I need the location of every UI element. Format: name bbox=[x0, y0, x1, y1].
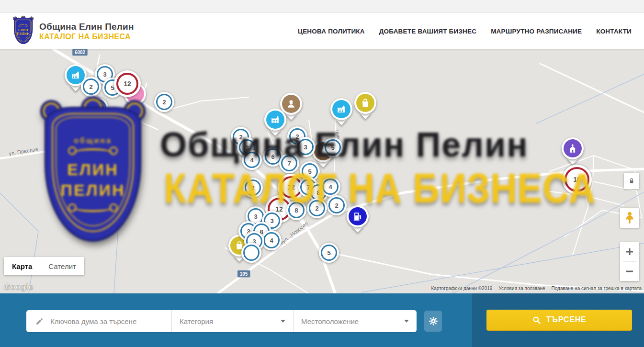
attribution-link-1[interactable]: Условия за ползване bbox=[498, 286, 545, 291]
search-fields: Категория Местоположение bbox=[26, 310, 417, 332]
site-header: общинаЕЛИНПЕЛИН Община Елин Пелин КАТАЛО… bbox=[0, 0, 644, 49]
cluster-count: 12 bbox=[124, 80, 131, 88]
cluster-count: 4 bbox=[250, 157, 253, 164]
map-cluster-marker[interactable]: 5 bbox=[319, 243, 339, 263]
crest-name-line2: ПЕЛИН bbox=[17, 33, 30, 36]
cluster-count: 8 bbox=[316, 189, 320, 196]
page: общинаЕЛИНПЕЛИН Община Елин Пелин КАТАЛО… bbox=[0, 0, 644, 347]
municipality-logo: общинаЕЛИНПЕЛИН bbox=[13, 16, 34, 45]
minus-icon bbox=[625, 267, 634, 276]
cluster-count: 2 bbox=[162, 99, 166, 106]
cluster-count: 6 bbox=[271, 153, 274, 160]
cluster-count: 4 bbox=[270, 237, 273, 244]
map-type-control: Карта Сателит bbox=[4, 257, 84, 275]
cluster-count: 12 bbox=[287, 183, 295, 191]
cluster-count: 3 bbox=[254, 213, 257, 220]
map-cluster-marker[interactable]: 8 bbox=[286, 200, 306, 220]
location-select[interactable]: Местоположение bbox=[293, 310, 417, 332]
cluster-count: 3 bbox=[103, 71, 106, 78]
crest-ornament bbox=[19, 36, 27, 38]
advanced-settings-button[interactable] bbox=[424, 311, 442, 332]
map-cluster-marker[interactable]: 2 bbox=[81, 77, 101, 97]
cluster-count: 5 bbox=[331, 144, 334, 151]
map-attribution: Картографски данни ©2019Условия за ползв… bbox=[431, 286, 642, 291]
map-pin-factory[interactable] bbox=[330, 98, 352, 120]
search-icon bbox=[532, 315, 541, 325]
category-select[interactable]: Категория bbox=[171, 310, 293, 332]
map-cluster-marker[interactable]: 2 bbox=[307, 198, 327, 218]
cluster-count: 10 bbox=[573, 176, 581, 183]
map-cluster-marker[interactable]: 12 bbox=[114, 70, 141, 97]
cluster-count: 8 bbox=[294, 207, 298, 214]
zoom-out-button[interactable] bbox=[620, 262, 639, 281]
search-bar-left: Категория Местоположение bbox=[0, 293, 472, 347]
top-strip bbox=[0, 0, 644, 13]
cluster-count: 3 bbox=[270, 217, 273, 224]
map-cluster-marker[interactable] bbox=[88, 98, 108, 118]
zoom-in-button[interactable] bbox=[620, 242, 639, 261]
search-button[interactable]: ТЪРСЕНЕ bbox=[486, 310, 632, 331]
map-cluster-marker[interactable]: 2 bbox=[243, 178, 263, 198]
map-cluster-marker[interactable]: 5 bbox=[323, 137, 343, 157]
map-cluster-marker[interactable]: 2 bbox=[327, 195, 347, 215]
gear-icon bbox=[428, 316, 439, 326]
map-type-satellite-button[interactable]: Сателит bbox=[40, 257, 84, 275]
nav-item-transport-schedule[interactable]: МАРШРУТНО РАЗПИСАНИЕ bbox=[491, 28, 582, 35]
shopping-bag-icon bbox=[360, 98, 371, 108]
map-cluster-marker[interactable]: 4 bbox=[261, 230, 282, 250]
pencil-icon bbox=[35, 317, 44, 325]
nav-item-add-business[interactable]: ДОБАВЕТЕ ВАШИЯТ БИЗНЕС bbox=[379, 28, 476, 35]
municipality-crest-icon: общинаЕЛИНПЕЛИН bbox=[13, 16, 33, 45]
keyword-field[interactable] bbox=[26, 310, 171, 332]
factory-icon bbox=[336, 104, 347, 114]
map-cluster-marker[interactable]: 4 bbox=[320, 177, 340, 197]
nav-item-contacts[interactable]: КОНТАКТИ bbox=[596, 28, 632, 35]
site-title: Община Елин Пелин bbox=[39, 22, 134, 32]
map-canvas[interactable]: 6002105ул. Преславбул. „Новоселции 32512… bbox=[0, 49, 644, 293]
cluster-count: 4 bbox=[328, 183, 332, 190]
map-pin-fuel[interactable] bbox=[347, 205, 369, 227]
attribution-link-0[interactable]: Картографски данни ©2019 bbox=[431, 286, 492, 291]
site-subtitle: КАТАЛОГ НА БИЗНЕСА bbox=[39, 33, 134, 41]
plus-icon bbox=[625, 247, 634, 256]
factory-icon bbox=[70, 70, 81, 80]
zoom-control bbox=[620, 242, 639, 281]
cluster-count: 7 bbox=[287, 160, 291, 167]
streetview-lock-button[interactable] bbox=[624, 173, 639, 189]
pegman-button[interactable] bbox=[620, 208, 639, 228]
crest-ornament bbox=[19, 26, 27, 28]
attribution-link-2[interactable]: Подаване на сигнал за грешка в картата bbox=[552, 286, 642, 291]
brand-text: Община Елин Пелин КАТАЛОГ НА БИЗНЕСА bbox=[39, 22, 134, 41]
crest-top-text: община bbox=[20, 23, 27, 25]
fuel-icon bbox=[352, 211, 363, 222]
map-cluster-marker[interactable]: 2 bbox=[154, 92, 174, 112]
map-type-map-button[interactable]: Карта bbox=[4, 257, 40, 275]
map-cluster-marker[interactable]: 4 bbox=[242, 150, 262, 170]
map-pin-shopping-bag[interactable] bbox=[354, 92, 376, 114]
lock-icon bbox=[628, 177, 635, 185]
cluster-count: 2 bbox=[335, 202, 338, 209]
map-pin-church[interactable] bbox=[562, 137, 584, 159]
crest-name-line1: ЕЛИН bbox=[18, 28, 28, 32]
map-pin-factory[interactable] bbox=[264, 109, 286, 131]
category-select-label: Категория bbox=[180, 317, 213, 325]
markers-layer: 32512223235647521278422128333843510 bbox=[0, 49, 644, 293]
worker-icon bbox=[286, 99, 296, 109]
cluster-count: 2 bbox=[89, 83, 92, 90]
main-nav: ЦЕНОВА ПОЛИТИКАДОБАВЕТЕ ВАШИЯТ БИЗНЕСМАР… bbox=[298, 28, 632, 35]
site-logo-link[interactable]: общинаЕЛИНПЕЛИН Община Елин Пелин КАТАЛО… bbox=[13, 17, 134, 45]
chevron-down-icon bbox=[404, 320, 409, 323]
search-bar: Категория Местоположение bbox=[0, 293, 644, 347]
map-cluster-marker[interactable] bbox=[241, 243, 261, 263]
cluster-count: 2 bbox=[251, 184, 254, 191]
pegman-icon bbox=[624, 212, 635, 224]
keyword-input[interactable] bbox=[49, 317, 165, 326]
nav-item-pricing[interactable]: ЦЕНОВА ПОЛИТИКА bbox=[298, 28, 365, 35]
map-cluster-marker[interactable]: 10 bbox=[562, 165, 592, 194]
map-cluster-marker[interactable]: 7 bbox=[279, 153, 299, 173]
google-logo[interactable]: Google bbox=[4, 282, 34, 292]
map-cluster-marker[interactable]: 3 bbox=[295, 137, 316, 157]
factory-icon bbox=[270, 114, 281, 125]
cluster-count: 3 bbox=[304, 144, 307, 151]
search-button-label: ТЪРСЕНЕ bbox=[546, 315, 586, 324]
